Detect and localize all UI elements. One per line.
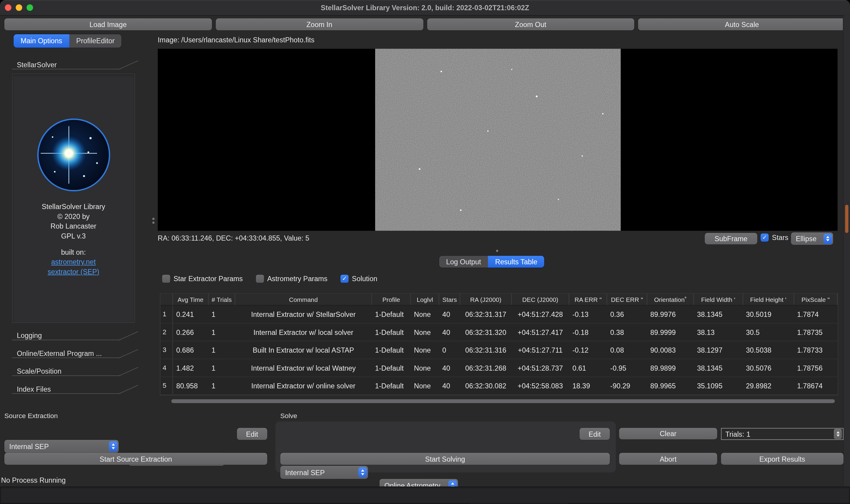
- window-title: StellarSolver Library Version: 2.0, buil…: [0, 0, 850, 15]
- column-header[interactable]: Loglvl: [411, 294, 439, 305]
- tab-main-options[interactable]: Main Options: [14, 34, 69, 48]
- abort-button[interactable]: Abort: [619, 453, 717, 465]
- table-cell: 1.7874: [794, 305, 837, 323]
- table-cell: 1.78733: [794, 341, 837, 359]
- left-tab-bar: Main Options ProfileEditor: [14, 34, 122, 48]
- sidebar-section-logging[interactable]: Logging: [12, 328, 140, 342]
- table-cell: 0.08: [607, 341, 647, 359]
- table-cell: 80.958: [173, 377, 208, 395]
- about-license: GPL v.3: [42, 231, 105, 241]
- table-cell: 1.78756: [794, 359, 837, 377]
- sidebar-section-online-external[interactable]: Online/External Program ...: [12, 346, 140, 360]
- solve-method-value: Internal SEP: [285, 468, 325, 476]
- astrometry-link[interactable]: astrometry.net: [51, 258, 96, 266]
- vertical-splitter-handle[interactable]: [152, 222, 155, 224]
- tab-results-table[interactable]: Results Table: [488, 256, 544, 268]
- horizontal-splitter-handle[interactable]: [496, 250, 498, 252]
- column-header[interactable]: DEC ERR ": [607, 294, 647, 305]
- column-header[interactable]: # Trials: [208, 294, 235, 305]
- spinner-buttons-icon[interactable]: [834, 429, 842, 439]
- solve-edit-button[interactable]: Edit: [579, 428, 610, 440]
- row-number-cell: 4: [160, 359, 173, 377]
- row-number-cell: 2: [160, 323, 173, 341]
- table-cell: 1: [208, 341, 235, 359]
- table-row[interactable]: 41.4821Internal Extractor w/ local Watne…: [160, 359, 837, 377]
- table-cell: Internal Extractor w/ local Watney: [235, 359, 372, 377]
- column-header[interactable]: Command: [235, 294, 372, 305]
- sidebar-section-scale-position[interactable]: Scale/Position: [12, 364, 140, 378]
- results-filter-row: Star Extractor Params Astrometry Params …: [162, 274, 377, 283]
- table-cell: 06:32:31.317: [460, 305, 511, 323]
- results-table-container: Avg Time# TrialsCommandProfileLoglvlStar…: [160, 294, 838, 395]
- table-horizontal-scrollbar[interactable]: [160, 399, 838, 403]
- sextractor-link[interactable]: sextractor (SEP): [48, 268, 99, 276]
- column-header[interactable]: Field Width ': [694, 294, 743, 305]
- star-shape-select[interactable]: Ellipse: [791, 233, 833, 245]
- section-label: StellarSolver: [17, 60, 57, 69]
- chevron-updown-icon: [358, 467, 367, 478]
- section-label: Logging: [17, 331, 42, 339]
- table-cell: None: [411, 305, 439, 323]
- row-number-cell: 1: [160, 305, 173, 323]
- zoom-in-button[interactable]: Zoom In: [215, 18, 423, 30]
- column-header[interactable]: Stars: [439, 294, 460, 305]
- results-table[interactable]: Avg Time# TrialsCommandProfileLoglvlStar…: [160, 294, 838, 395]
- vertical-splitter-handle[interactable]: [152, 218, 155, 220]
- export-results-button[interactable]: Export Results: [721, 453, 844, 465]
- stars-checkbox[interactable]: Stars: [760, 233, 788, 241]
- table-cell: 90.0083: [647, 341, 694, 359]
- solve-label: Solve: [280, 412, 297, 420]
- column-header[interactable]: Field Height ': [743, 294, 794, 305]
- zoom-out-button[interactable]: Zoom Out: [427, 18, 634, 30]
- table-cell: None: [411, 377, 439, 395]
- load-image-button[interactable]: Load Image: [4, 18, 212, 30]
- sidebar: StellarSolver: [12, 57, 135, 400]
- clear-button[interactable]: Clear: [619, 428, 717, 439]
- table-header-row: Avg Time# TrialsCommandProfileLoglvlStar…: [160, 294, 837, 305]
- table-cell: 40: [439, 305, 460, 323]
- subframe-button[interactable]: SubFrame: [705, 233, 758, 245]
- extraction-edit-button[interactable]: Edit: [237, 428, 267, 440]
- table-row[interactable]: 30.6861Built In Extractor w/ local ASTAP…: [160, 341, 837, 359]
- start-source-extraction-button[interactable]: Start Source Extraction: [4, 453, 267, 465]
- checkbox-label: Solution: [352, 274, 378, 283]
- tab-log-output[interactable]: Log Output: [439, 256, 488, 268]
- checkbox-icon: [760, 233, 768, 241]
- column-header[interactable]: Profile: [372, 294, 411, 305]
- column-header[interactable]: Avg Time: [173, 294, 208, 305]
- table-cell: 06:32:31.316: [460, 341, 511, 359]
- table-cell: 0: [439, 341, 460, 359]
- window-scrollbar-handle[interactable]: [845, 205, 849, 233]
- column-header[interactable]: Orientation˚: [647, 294, 694, 305]
- tab-profile-editor[interactable]: ProfileEditor: [69, 34, 122, 48]
- sidebar-section-stellarsolver[interactable]: StellarSolver: [12, 57, 140, 71]
- column-header[interactable]: PixScale ": [794, 294, 837, 305]
- table-row[interactable]: 580.9581Internal Extractor w/ online sol…: [160, 377, 837, 395]
- column-header[interactable]: DEC (J2000): [511, 294, 569, 305]
- sidebar-section-index-files[interactable]: Index Files: [12, 382, 140, 396]
- extraction-method-value: Internal SEP: [9, 443, 49, 451]
- trials-spinbox[interactable]: Trials: 1: [721, 428, 844, 440]
- table-row[interactable]: 20.2661Internal Extractor w/ local solve…: [160, 323, 837, 341]
- table-cell: 29.8982: [743, 377, 794, 395]
- table-cell: 40: [439, 359, 460, 377]
- extraction-method-select[interactable]: Internal SEP: [4, 440, 119, 453]
- star-extractor-params-checkbox[interactable]: Star Extractor Params: [162, 274, 243, 283]
- table-cell: 0.241: [173, 305, 208, 323]
- table-row[interactable]: 10.2411Internal Extractor w/ StellarSolv…: [160, 305, 837, 323]
- table-cell: 30.5: [743, 323, 794, 341]
- chevron-updown-icon: [823, 233, 832, 244]
- fits-image-view[interactable]: [158, 49, 838, 231]
- window-scrollbar-track[interactable]: [843, 15, 850, 504]
- solve-method-select[interactable]: Internal SEP: [280, 466, 368, 479]
- solution-checkbox[interactable]: Solution: [341, 274, 378, 283]
- row-number-cell: 5: [160, 377, 173, 395]
- auto-scale-button[interactable]: Auto Scale: [638, 18, 846, 30]
- start-solving-button[interactable]: Start Solving: [280, 453, 610, 465]
- fits-image: [375, 49, 621, 231]
- column-header[interactable]: RA (J2000): [460, 294, 511, 305]
- column-header[interactable]: RA ERR ": [569, 294, 607, 305]
- astrometry-params-checkbox[interactable]: Astrometry Params: [256, 274, 328, 283]
- table-cell: 1.78735: [794, 323, 837, 341]
- scrollbar-handle[interactable]: [171, 399, 835, 403]
